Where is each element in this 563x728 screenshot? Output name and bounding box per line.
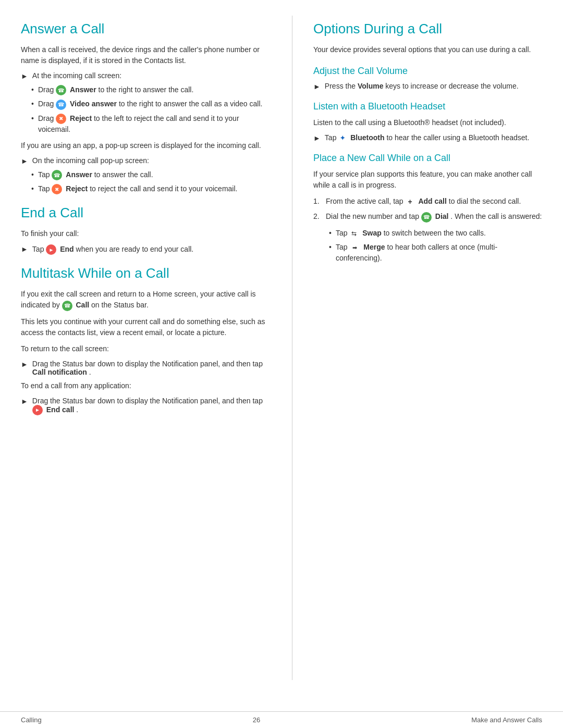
list-item: Drag ☎ Video answer to the right to answ… <box>31 98 271 109</box>
adjust-volume-title: Adjust the Call Volume <box>313 66 542 77</box>
answer-call-arrow1: ► At the incoming call screen: <box>21 71 271 80</box>
swap-item: Tap ⇆ Swap to switch between the two cal… <box>336 228 486 239</box>
footer-page-number: 26 <box>253 716 260 724</box>
bluetooth-title: Listen with a Bluetooth Headset <box>313 101 542 112</box>
footer-right: Make and Answer Calls <box>471 716 542 724</box>
answer-call-section: Answer a Call When a call is received, t… <box>21 21 271 194</box>
adjust-volume-text: Press the Volume keys to increase or dec… <box>325 82 519 90</box>
adjust-volume-arrow: ► Press the Volume keys to increase or d… <box>313 82 542 91</box>
end-call-section: End a Call To finish your call: ► Tap ► … <box>21 205 271 255</box>
right-column: Options During a Call Your device provid… <box>292 16 542 680</box>
list-item: Tap ☎ Answer to answer the call. <box>31 169 271 180</box>
end-call-icon: ► <box>32 405 43 415</box>
arrow-icon3: ► <box>21 245 28 253</box>
multitask-arrow2: ► Drag the Status bar down to display th… <box>21 397 271 415</box>
multitask-title: Multitask While on a Call <box>21 265 271 281</box>
bluetooth-text: Tap ✦ Bluetooth to hear the caller using… <box>325 133 530 142</box>
swap-icon: ⇆ <box>349 229 359 238</box>
tap-reject-item: Tap ✖ Reject to reject the call and send… <box>38 183 238 194</box>
options-title: Options During a Call <box>313 21 542 37</box>
tap-phone-icon: ☎ <box>52 170 62 180</box>
end-label: End <box>60 245 74 253</box>
end-call-intro: To finish your call: <box>21 228 271 239</box>
merge-icon: ➡ <box>349 244 360 251</box>
answer-call-bullets1: Drag ☎ Answer to the right to answer the… <box>21 84 271 135</box>
multitask-para1: If you exit the call screen and return t… <box>21 289 271 311</box>
new-call-step1-text: From the active call, tap + Add call to … <box>326 196 521 207</box>
video-answer-icon: ☎ <box>56 100 66 110</box>
multitask-section: Multitask While on a Call If you exit th… <box>21 265 271 415</box>
arrow-icon7: ► <box>313 134 321 142</box>
answer-icon-1: Drag ☎ Answer to the right to answer the… <box>38 84 193 95</box>
multitask-arrow2-text: Drag the Status bar down to display the … <box>32 397 271 415</box>
new-call-title: Place a New Call While on a Call <box>313 153 542 164</box>
new-call-intro: If your service plan supports this featu… <box>313 169 542 191</box>
popup-intro: If you are using an app, a pop-up screen… <box>21 140 271 151</box>
list-item: Tap ⇆ Swap to switch between the two cal… <box>329 228 542 239</box>
page: Answer a Call When a call is received, t… <box>0 0 563 728</box>
dial-icon: ☎ <box>421 212 432 223</box>
call-status-icon: ☎ <box>62 301 72 311</box>
end-call-title: End a Call <box>21 205 271 221</box>
left-column: Answer a Call When a call is received, t… <box>21 16 271 680</box>
options-intro: Your device provides several options tha… <box>313 44 542 55</box>
answer-call-intro: When a call is received, the device ring… <box>21 44 271 66</box>
arrow-icon: ► <box>21 72 28 80</box>
video-answer-item: Drag ☎ Video answer to the right to answ… <box>38 98 263 109</box>
adjust-volume-section: Adjust the Call Volume ► Press the Volum… <box>313 66 542 91</box>
content-area: Answer a Call When a call is received, t… <box>0 0 563 711</box>
tap-answer-item: Tap ☎ Answer to answer the call. <box>38 169 153 180</box>
answer-call-bullets2: Tap ☎ Answer to answer the call. Tap ✖ R… <box>21 169 271 195</box>
answer-call-arrow2: ► On the incoming call pop-up screen: <box>21 156 271 165</box>
bluetooth-arrow: ► Tap ✦ Bluetooth to hear the caller usi… <box>313 133 542 142</box>
end-icon: ► <box>46 244 56 255</box>
arrow-icon4: ► <box>21 360 28 368</box>
list-item: Tap ➡ Merge to hear both callers at once… <box>329 242 542 264</box>
phone-green-icon: ☎ <box>56 85 66 95</box>
list-item: Drag ☎ Answer to the right to answer the… <box>31 84 271 95</box>
end-call-instruction: Tap ► End when you are ready to end your… <box>32 244 193 255</box>
options-section: Options During a Call Your device provid… <box>313 21 542 55</box>
list-item: Drag ✖ Reject to the left to reject the … <box>31 113 271 135</box>
footer: Calling 26 Make and Answer Calls <box>0 711 563 728</box>
answer-call-arrow1-text: At the incoming call screen: <box>32 71 121 80</box>
reject-item: Drag ✖ Reject to the left to reject the … <box>38 113 271 135</box>
reject-icon: ✖ <box>56 114 66 124</box>
multitask-arrow1: ► Drag the Status bar down to display th… <box>21 360 271 376</box>
new-call-step1: 1. From the active call, tap + Add call … <box>313 196 542 207</box>
list-item: Tap ✖ Reject to reject the call and send… <box>31 183 271 194</box>
merge-item: Tap ➡ Merge to hear both callers at once… <box>336 242 542 264</box>
new-call-sub-bullets: Tap ⇆ Swap to switch between the two cal… <box>313 228 542 264</box>
multitask-para4: To end a call from any application: <box>21 380 271 391</box>
new-call-step2: 2. Dial the new number and tap ☎ Dial . … <box>313 211 542 222</box>
new-call-step2-text: Dial the new number and tap ☎ Dial . Whe… <box>326 211 542 222</box>
new-call-steps: 1. From the active call, tap + Add call … <box>313 196 542 222</box>
answer-call-title: Answer a Call <box>21 21 271 37</box>
bluetooth-icon: ✦ <box>338 134 347 142</box>
tap-reject-icon: ✖ <box>52 184 62 194</box>
add-icon: + <box>406 198 415 207</box>
arrow-icon6: ► <box>313 82 321 91</box>
multitask-para2: This lets you continue with your current… <box>21 316 271 338</box>
answer-call-arrow2-text: On the incoming call pop-up screen: <box>32 156 149 165</box>
footer-left: Calling <box>21 716 42 724</box>
end-call-arrow: ► Tap ► End when you are ready to end yo… <box>21 244 271 255</box>
bluetooth-section: Listen with a Bluetooth Headset Listen t… <box>313 101 542 142</box>
new-call-section: Place a New Call While on a Call If your… <box>313 153 542 263</box>
bluetooth-intro: Listen to the call using a Bluetooth® he… <box>313 117 542 128</box>
multitask-para3: To return to the call screen: <box>21 343 271 354</box>
multitask-arrow1-text: Drag the Status bar down to display the … <box>32 360 271 376</box>
arrow-icon5: ► <box>21 397 28 405</box>
arrow-icon2: ► <box>21 157 28 165</box>
